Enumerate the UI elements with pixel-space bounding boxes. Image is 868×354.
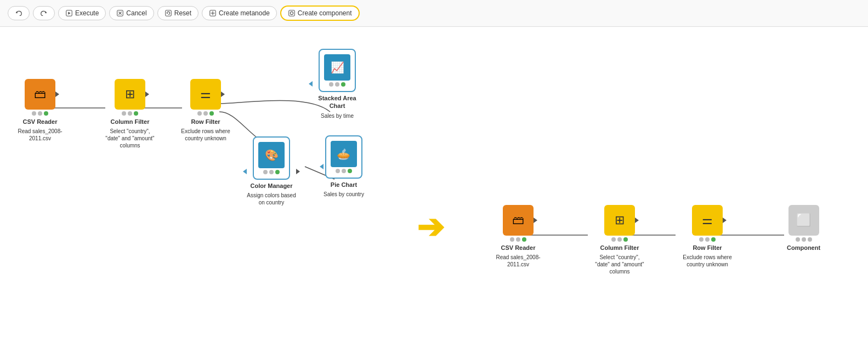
- column-filter-status: [122, 111, 138, 116]
- undo-button[interactable]: [8, 6, 30, 20]
- csv-reader-right-title: CSV Reader: [501, 244, 536, 252]
- color-manager-output-port: [296, 169, 300, 174]
- execute-label: Execute: [75, 9, 99, 17]
- row-filter-right-label: Exclude rows where country unknown: [683, 254, 732, 268]
- cancel-button[interactable]: Cancel: [109, 6, 154, 20]
- csv-reader-label: Read sales_2008-2011.csv: [15, 128, 65, 142]
- color-manager-input-port: [243, 169, 247, 174]
- pie-chart-status: [336, 169, 352, 173]
- toolbar: Execute Cancel Reset Create metanode Cre…: [0, 0, 868, 27]
- color-manager-icon: 🎨: [265, 149, 279, 162]
- create-metanode-label: Create metanode: [219, 9, 270, 17]
- column-filter-right-label: Select "country", "date" and "amount" co…: [595, 254, 644, 275]
- column-filter-node[interactable]: ⊞ Column Filter Select "country", "date"…: [105, 79, 155, 149]
- csv-reader-title: CSV Reader: [23, 118, 58, 125]
- csv-reader-box: 🗃: [25, 79, 55, 110]
- reset-label: Reset: [174, 9, 191, 17]
- column-filter-right-status: [611, 237, 628, 242]
- row-filter-output-port: [221, 92, 225, 97]
- create-component-icon: [288, 9, 296, 17]
- row-filter-right-output-port: [723, 218, 727, 223]
- stacked-area-title: Stacked Area Chart: [313, 94, 362, 110]
- csv-reader-output-port: [55, 92, 59, 97]
- color-manager-box: 🎨: [258, 142, 285, 168]
- stacked-area-box: 📈: [324, 54, 350, 81]
- stacked-area-status: [329, 82, 345, 87]
- row-filter-right-title: Row Filter: [693, 244, 722, 252]
- csv-reader-right-label: Read sales_2008-2011.csv: [493, 254, 543, 268]
- component-icon: ⬜: [796, 213, 811, 227]
- csv-reader-icon: 🗃: [34, 87, 46, 101]
- component-status: [796, 237, 812, 242]
- column-filter-label: Select "country", "date" and "amount" co…: [105, 128, 155, 149]
- column-filter-right-output-port: [635, 218, 639, 223]
- column-filter-icon: ⊞: [125, 87, 135, 101]
- csv-reader-right-node[interactable]: 🗃 CSV Reader Read sales_2008-2011.csv: [493, 205, 543, 268]
- create-component-label: Create component: [298, 9, 352, 17]
- color-manager-status: [263, 170, 280, 174]
- component-node[interactable]: ⬜ Component: [787, 205, 820, 252]
- connector-lines: [0, 27, 868, 350]
- row-filter-label: Exclude rows where country unknown: [181, 128, 230, 142]
- reset-button[interactable]: Reset: [157, 6, 198, 20]
- pie-chart-node[interactable]: 🥧 Pie Chart Sales by country: [324, 135, 364, 198]
- cancel-label: Cancel: [126, 9, 146, 17]
- column-filter-output-port: [145, 92, 149, 97]
- row-filter-right-box: ⚌: [692, 205, 723, 236]
- row-filter-title: Row Filter: [191, 118, 220, 125]
- execute-button[interactable]: Execute: [58, 6, 106, 20]
- csv-reader-right-icon: 🗃: [512, 213, 524, 227]
- dot2: [38, 111, 42, 116]
- pie-chart-label: Sales by country: [324, 191, 364, 198]
- csv-reader-right-output-port: [534, 218, 537, 223]
- redo-icon: [40, 9, 48, 17]
- stacked-area-label: Sales by time: [321, 112, 354, 119]
- column-filter-right-icon: ⊞: [615, 213, 625, 227]
- row-filter-right-node[interactable]: ⚌ Row Filter Exclude rows where country …: [683, 205, 732, 268]
- svg-marker-6: [167, 13, 168, 14]
- undo-icon: [15, 9, 22, 17]
- svg-rect-10: [289, 10, 295, 16]
- svg-marker-1: [68, 12, 70, 14]
- row-filter-right-icon: ⚌: [702, 213, 713, 227]
- redo-button[interactable]: [33, 6, 55, 20]
- dot3: [44, 111, 48, 116]
- stacked-area-outer: 📈: [319, 49, 356, 92]
- csv-reader-right-status: [510, 237, 526, 242]
- stacked-area-icon: 📈: [331, 61, 344, 74]
- reset-icon: [164, 9, 172, 17]
- component-title: Component: [787, 244, 820, 252]
- pie-chart-icon: 🥧: [337, 147, 350, 161]
- csv-reader-status: [32, 111, 48, 116]
- column-filter-right-node[interactable]: ⊞ Column Filter Select "country", "date"…: [595, 205, 644, 275]
- svg-rect-5: [165, 10, 171, 16]
- workflow-arrow: ➔: [417, 208, 444, 246]
- color-manager-title: Color Manager: [250, 182, 292, 190]
- cancel-icon: [116, 9, 124, 17]
- workflow-canvas: 🗃 CSV Reader Read sales_2008-2011.csv ⊞ …: [0, 27, 868, 350]
- column-filter-box: ⊞: [115, 79, 145, 110]
- column-filter-right-box: ⊞: [604, 205, 635, 236]
- row-filter-right-status: [699, 237, 716, 242]
- column-filter-right-title: Column Filter: [600, 244, 639, 252]
- stacked-area-node[interactable]: 📈 Stacked Area Chart Sales by time: [313, 49, 362, 119]
- create-metanode-button[interactable]: Create metanode: [202, 6, 277, 20]
- stacked-area-input-port: [309, 81, 313, 87]
- dot1: [32, 111, 36, 116]
- create-metanode-icon: [209, 9, 217, 17]
- pie-chart-outer: 🥧: [325, 135, 362, 179]
- pie-chart-input-port: [320, 164, 324, 169]
- execute-icon: [65, 9, 73, 17]
- row-filter-icon: ⚌: [200, 87, 211, 101]
- color-manager-node[interactable]: 🎨 Color Manager Assign colors based on c…: [247, 136, 296, 206]
- row-filter-node[interactable]: ⚌ Row Filter Exclude rows where country …: [181, 79, 230, 142]
- pie-chart-box: 🥧: [331, 141, 357, 167]
- csv-reader-right-box: 🗃: [503, 205, 534, 236]
- row-filter-box: ⚌: [190, 79, 221, 110]
- component-box: ⬜: [788, 205, 819, 236]
- pie-chart-title: Pie Chart: [331, 181, 357, 189]
- row-filter-status: [197, 111, 214, 116]
- color-manager-outer: 🎨: [253, 136, 290, 180]
- csv-reader-node[interactable]: 🗃 CSV Reader Read sales_2008-2011.csv: [15, 79, 65, 142]
- create-component-button[interactable]: Create component: [280, 5, 360, 21]
